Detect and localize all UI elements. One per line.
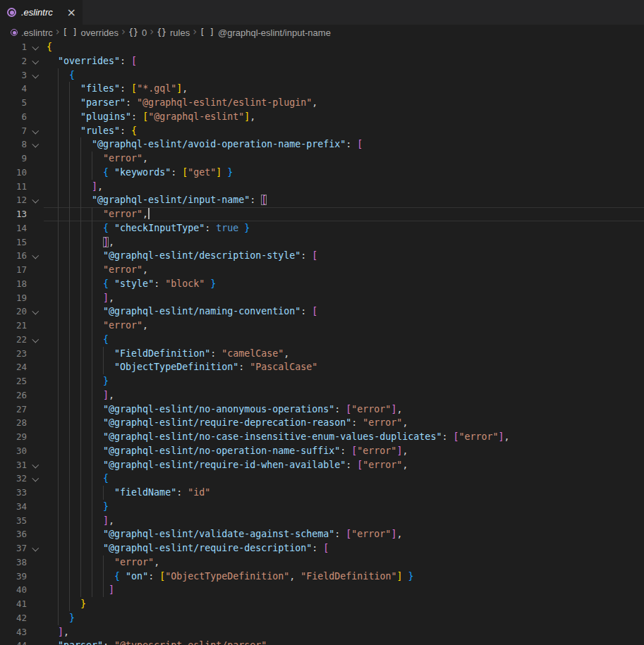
code-line[interactable]: 23 "FieldDefinition": "camelCase",: [0, 347, 644, 361]
code-line-content[interactable]: ],: [44, 514, 644, 528]
code-line[interactable]: 32 {: [0, 472, 644, 486]
code-area[interactable]: 1{2 "overrides": [3 {4 "files": ["*.gql"…: [0, 40, 644, 645]
code-line[interactable]: 39 { "on": ["ObjectTypeDefinition", "Fie…: [0, 570, 644, 584]
fold-chevron-icon[interactable]: [32, 44, 39, 50]
code-line[interactable]: 31 "@graphql-eslint/require-id-when-avai…: [0, 458, 644, 472]
code-line-content[interactable]: ],: [44, 625, 644, 639]
code-line[interactable]: 19 ],: [0, 291, 644, 305]
fold-chevron-icon[interactable]: [32, 127, 39, 133]
code-line-content[interactable]: { "checkInputType": true }: [44, 221, 644, 235]
code-line[interactable]: 2 "overrides": [: [0, 54, 644, 68]
code-line[interactable]: 24 "ObjectTypeDefinition": "PascalCase": [0, 360, 644, 374]
code-line[interactable]: 16 "@graphql-eslint/description-style": …: [0, 249, 644, 263]
code-line[interactable]: 11 ],: [0, 180, 644, 194]
code-line-content[interactable]: "error",: [44, 152, 644, 166]
code-line-content[interactable]: "@graphql-eslint/no-case-insensitive-enu…: [44, 430, 644, 444]
code-line[interactable]: 17 "error",: [0, 263, 644, 277]
code-line[interactable]: 43 ],: [0, 625, 644, 639]
code-line-content[interactable]: "@graphql-eslint/require-id-when-availab…: [44, 458, 644, 472]
code-line-content[interactable]: "@graphql-eslint/input-name": [: [44, 193, 644, 207]
code-line-content[interactable]: "@graphql-eslint/require-deprecation-rea…: [44, 416, 644, 430]
code-line-content[interactable]: "overrides": [: [44, 54, 644, 68]
code-line-content[interactable]: ],: [44, 388, 644, 403]
breadcrumb-item[interactable]: {}rules: [157, 27, 190, 38]
code-line-content[interactable]: "error",: [44, 207, 644, 221]
breadcrumb-item[interactable]: {}0: [128, 27, 147, 38]
code-line-content[interactable]: "error",: [44, 263, 644, 277]
code-line-content[interactable]: }: [44, 597, 644, 611]
code-line[interactable]: 37 "@graphql-eslint/require-description"…: [0, 541, 644, 555]
code-line[interactable]: 29 "@graphql-eslint/no-case-insensitive-…: [0, 430, 644, 444]
code-line-content[interactable]: "error",: [44, 555, 644, 570]
code-line[interactable]: 10 { "keywords": ["get"] }: [0, 166, 644, 180]
fold-chevron-icon[interactable]: [32, 336, 39, 342]
fold-chevron-icon[interactable]: [32, 475, 39, 481]
code-line-content[interactable]: {: [44, 68, 644, 82]
code-line[interactable]: 4 "files": ["*.gql"],: [0, 82, 644, 96]
code-line-content[interactable]: "files": ["*.gql"],: [44, 82, 644, 96]
code-line[interactable]: 28 "@graphql-eslint/require-deprecation-…: [0, 416, 644, 430]
code-line[interactable]: 5 "parser": "@graphql-eslint/eslint-plug…: [0, 96, 644, 110]
code-line[interactable]: 14 { "checkInputType": true }: [0, 221, 644, 235]
code-line[interactable]: 15 ],: [0, 235, 644, 250]
code-line-content[interactable]: "@graphql-eslint/no-operation-name-suffi…: [44, 444, 644, 458]
code-line[interactable]: 35 ],: [0, 514, 644, 528]
code-line[interactable]: 12 "@graphql-eslint/input-name": [: [0, 193, 644, 207]
code-line-content[interactable]: "@graphql-eslint/require-description": [: [44, 541, 644, 555]
code-line[interactable]: 25 }: [0, 374, 644, 388]
code-line-content[interactable]: }: [44, 500, 644, 514]
code-line[interactable]: 26 ],: [0, 388, 644, 403]
code-line-content[interactable]: {: [44, 40, 644, 54]
code-line[interactable]: 18 { "style": "block" }: [0, 277, 644, 291]
code-line[interactable]: 33 "fieldName": "id": [0, 486, 644, 500]
code-line[interactable]: 3 {: [0, 68, 644, 82]
code-line[interactable]: 7 "rules": {: [0, 124, 644, 138]
code-line-content[interactable]: "@graphql-eslint/description-style": [: [44, 249, 644, 263]
code-line-content[interactable]: ]: [44, 583, 644, 597]
code-line-content[interactable]: "ObjectTypeDefinition": "PascalCase": [44, 360, 644, 374]
code-line-content[interactable]: ],: [44, 291, 644, 305]
code-line[interactable]: 42 }: [0, 611, 644, 625]
code-line-content[interactable]: { "style": "block" }: [44, 277, 644, 291]
code-line[interactable]: 38 "error",: [0, 555, 644, 570]
code-line[interactable]: 13 "error",: [0, 207, 644, 221]
tab-eslintrc[interactable]: .eslintrc ×: [0, 0, 83, 25]
code-line-content[interactable]: "plugins": ["@graphql-eslint"],: [44, 110, 644, 124]
code-line[interactable]: 1{: [0, 40, 644, 54]
code-line-content[interactable]: ],: [44, 235, 644, 250]
fold-chevron-icon[interactable]: [32, 252, 39, 259]
fold-chevron-icon[interactable]: [32, 461, 39, 467]
code-line[interactable]: 34 }: [0, 500, 644, 514]
close-icon[interactable]: ×: [67, 7, 76, 18]
code-line-content[interactable]: {: [44, 472, 644, 486]
code-line-content[interactable]: "@graphql-eslint/avoid-operation-name-pr…: [44, 137, 644, 152]
code-line[interactable]: 9 "error",: [0, 152, 644, 166]
fold-chevron-icon[interactable]: [32, 197, 39, 203]
code-line-content[interactable]: }: [44, 611, 644, 625]
code-line-content[interactable]: "@graphql-eslint/no-anonymous-operations…: [44, 403, 644, 417]
code-line-content[interactable]: "@graphql-eslint/naming-convention": [: [44, 305, 644, 319]
code-line[interactable]: 30 "@graphql-eslint/no-operation-name-su…: [0, 444, 644, 458]
code-line[interactable]: 6 "plugins": ["@graphql-eslint"],: [0, 110, 644, 124]
code-line[interactable]: 21 "error",: [0, 319, 644, 333]
fold-chevron-icon[interactable]: [32, 545, 39, 551]
code-line-content[interactable]: "@graphql-eslint/validate-against-schema…: [44, 527, 644, 541]
breadcrumb-item[interactable]: [ ]@graphql-eslint/input-name: [200, 27, 331, 38]
code-line[interactable]: 41 }: [0, 597, 644, 611]
fold-chevron-icon[interactable]: [32, 71, 39, 78]
fold-chevron-icon[interactable]: [32, 308, 39, 314]
code-line[interactable]: 22 {: [0, 333, 644, 347]
breadcrumb-item[interactable]: [ ]overrides: [63, 27, 119, 38]
code-line-content[interactable]: {: [44, 333, 644, 347]
code-line-content[interactable]: "parser": "@graphql-eslint/eslint-plugin…: [44, 96, 644, 110]
code-line-content[interactable]: "error",: [44, 319, 644, 333]
breadcrumb-item[interactable]: .eslintrc: [11, 27, 53, 38]
code-line-content[interactable]: "parser": "@typescript-eslint/parser",: [44, 639, 644, 645]
code-line-content[interactable]: "fieldName": "id": [44, 486, 644, 500]
code-line-content[interactable]: { "keywords": ["get"] }: [44, 166, 644, 180]
code-line-content[interactable]: "FieldDefinition": "camelCase",: [44, 347, 644, 361]
code-line[interactable]: 40 ]: [0, 583, 644, 597]
fold-chevron-icon[interactable]: [32, 141, 39, 147]
code-line[interactable]: 8 "@graphql-eslint/avoid-operation-name-…: [0, 137, 644, 152]
code-line-content[interactable]: "rules": {: [44, 124, 644, 138]
